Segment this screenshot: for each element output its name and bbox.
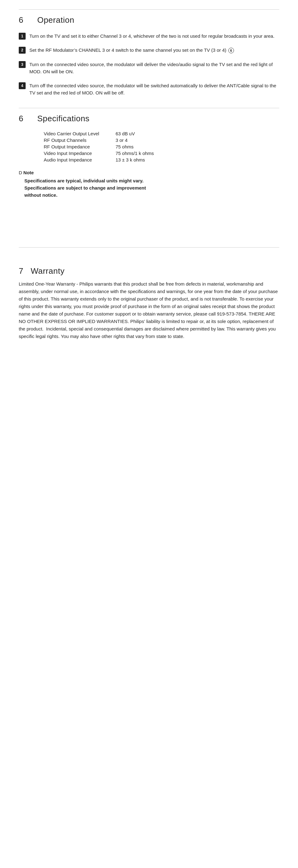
spec-value-5: 13 ± 3 k ohms	[115, 157, 145, 162]
note-d-row: D Note	[19, 170, 279, 175]
spec-value-4: 75 ohms/1 k ohms	[115, 151, 154, 156]
section-specifications: 6 Specifications Video Carrier Output Le…	[19, 114, 279, 199]
note-body: Specifications are typical, individual u…	[24, 177, 279, 199]
page: 6 Operation 1 Turn on the TV and set it …	[0, 0, 298, 868]
spec-row-2: RF Output Channels 3 or 4	[44, 137, 279, 143]
section-operation: 6 Operation 1 Turn on the TV and set it …	[19, 15, 279, 97]
spec-value-3: 75 ohms	[115, 144, 134, 149]
spec-row-5: Audio Input Impedance 13 ± 3 k ohms	[44, 157, 279, 162]
spec-label-4: Video Input Impedance	[44, 151, 115, 156]
step-text-2: Set the RF Modulator’s CHANNEL 3 or 4 sw…	[29, 46, 234, 54]
spec-label-1: Video Carrier Output Level	[44, 131, 115, 136]
step-2: 2 Set the RF Modulator’s CHANNEL 3 or 4 …	[19, 46, 279, 54]
warranty-body: Limited One-Year Warranty - Philips warr…	[19, 280, 279, 340]
spec-row-3: RF Output Impedance 75 ohms	[44, 144, 279, 149]
spec-label-3: RF Output Impedance	[44, 144, 115, 149]
step-3: 3 Turn on the connected video source, th…	[19, 61, 279, 75]
spec-value-2: 3 or 4	[115, 137, 128, 143]
specs-title: 6 Specifications	[19, 114, 279, 123]
step-4: 4 Turn off the connected video source, t…	[19, 82, 279, 97]
note-d-label: D	[19, 170, 22, 175]
spec-value-1: 63 dB uV	[115, 131, 135, 136]
warranty-title: 7 Warranty	[19, 266, 279, 276]
step-badge-3: 3	[19, 61, 26, 68]
spec-label-2: RF Output Channels	[44, 137, 115, 143]
step-text-3: Turn on the connected video source, the …	[29, 61, 279, 75]
spec-label-5: Audio Input Impedance	[44, 157, 115, 162]
steps-list: 1 Turn on the TV and set it to either Ch…	[19, 32, 279, 97]
step-text-1: Turn on the TV and set it to either Chan…	[29, 32, 275, 40]
section-warranty: 7 Warranty Limited One-Year Warranty - P…	[19, 266, 279, 340]
note-section: D Note Specifications are typical, indiv…	[19, 170, 279, 199]
spec-row-4: Video Input Impedance 75 ohms/1 k ohms	[44, 151, 279, 156]
note-title: Note	[23, 170, 34, 175]
step-badge-2: 2	[19, 47, 26, 54]
step-text-4: Turn off the connected video source, the…	[29, 82, 279, 97]
spec-row-1: Video Carrier Output Level 63 dB uV	[44, 131, 279, 136]
step-1: 1 Turn on the TV and set it to either Ch…	[19, 32, 279, 40]
top-divider	[19, 9, 279, 10]
circle-6: 6	[228, 48, 234, 53]
step-badge-4: 4	[19, 82, 26, 89]
step-badge-1: 1	[19, 33, 26, 40]
spacer	[19, 210, 279, 247]
specs-divider	[19, 108, 279, 108]
operation-title: 6 Operation	[19, 15, 279, 25]
specs-table: Video Carrier Output Level 63 dB uV RF O…	[44, 131, 279, 162]
warranty-divider	[19, 247, 279, 248]
